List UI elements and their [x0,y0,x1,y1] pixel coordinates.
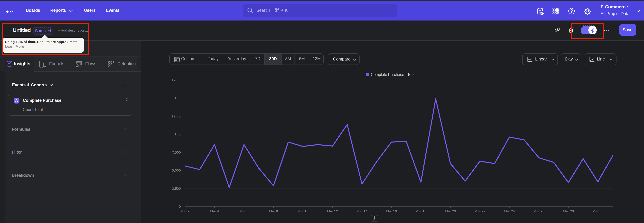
svg-text:Mar 4: Mar 4 [210,209,219,213]
svg-text:Mar 24: Mar 24 [504,209,515,213]
svg-text:Mar 8: Mar 8 [269,209,278,213]
svg-text:15K: 15K [174,96,181,100]
svg-text:Mar 18: Mar 18 [416,209,426,213]
svg-text:7,500: 7,500 [172,150,181,154]
svg-text:Mar 6: Mar 6 [240,209,248,213]
svg-text:Mar 22: Mar 22 [474,209,485,213]
svg-text:Mar 16: Mar 16 [386,209,397,213]
svg-text:Mar 10: Mar 10 [298,209,308,213]
svg-text:Mar 12: Mar 12 [327,209,338,213]
svg-text:2,500: 2,500 [172,186,181,190]
svg-text:12.5K: 12.5K [172,114,181,118]
svg-text:0: 0 [179,204,181,208]
svg-text:Mar 2: Mar 2 [180,209,190,213]
svg-text:17.5K: 17.5K [172,78,181,82]
svg-text:Mar 30: Mar 30 [592,209,603,213]
svg-text:Mar 26: Mar 26 [534,209,544,213]
svg-text:Mar 14: Mar 14 [356,209,368,213]
svg-text:10K: 10K [174,132,181,136]
svg-text:Mar 20: Mar 20 [445,209,456,213]
svg-text:Mar 28: Mar 28 [563,209,574,213]
svg-text:5,000: 5,000 [172,168,181,172]
